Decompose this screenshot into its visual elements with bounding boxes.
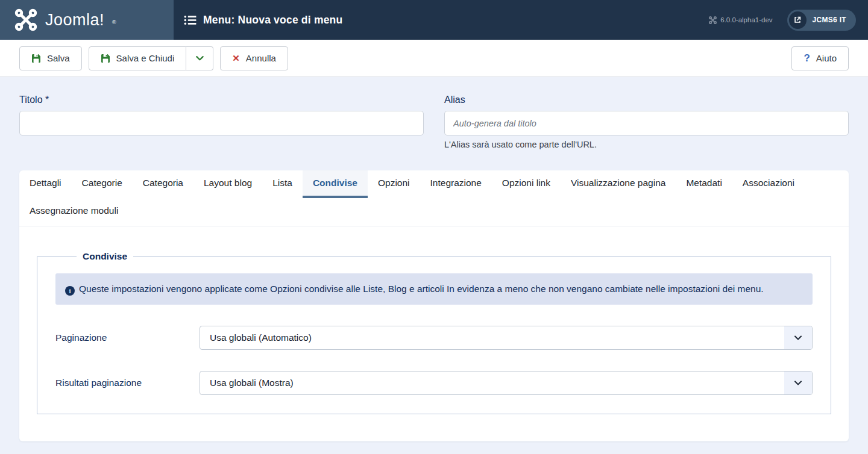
help-label: Aiuto <box>816 53 837 63</box>
form-card: Dettagli Categorie Categoria Layout blog… <box>19 170 849 441</box>
alias-help-text: L'Alias sarà usato come parte dell'URL. <box>444 140 849 149</box>
cancel-label: Annulla <box>246 53 276 63</box>
alias-input[interactable] <box>444 111 849 135</box>
main-content: Titolo * Alias L'Alias sarà usato come p… <box>0 77 868 441</box>
alias-field-group: Alias L'Alias sarà usato come parte dell… <box>444 95 849 149</box>
info-circle-icon: i <box>65 286 75 296</box>
tab-opzioni-link[interactable]: Opzioni link <box>492 170 561 198</box>
tab-lista[interactable]: Lista <box>262 170 303 198</box>
pagination-results-selected-value: Usa globali (Mostra) <box>210 378 294 388</box>
pagination-results-label: Risultati paginazione <box>55 378 200 388</box>
save-options-toggle[interactable] <box>186 46 213 70</box>
info-alert-text: Queste impostazioni vengono applicate co… <box>79 284 764 294</box>
cancel-button[interactable]: ✕ Annulla <box>220 46 288 70</box>
toolbar: Salva Salva e Chiudi ✕ Annulla <box>0 40 868 77</box>
save-close-group: Salva e Chiudi <box>89 46 214 70</box>
shared-options-fieldset: Condivise iQueste impostazioni vengono a… <box>37 251 831 414</box>
site-name-label: JCMS6 IT <box>807 16 854 24</box>
header-main: Menu: Nuova voce di menu 6.0.0-alpha1-de… <box>174 0 868 40</box>
tab-categoria[interactable]: Categoria <box>133 170 193 198</box>
tab-metadati[interactable]: Metadati <box>676 170 732 198</box>
question-icon: ? <box>804 52 810 64</box>
tab-condivise[interactable]: Condivise <box>303 170 368 198</box>
pagination-row: Paginazione Usa globali (Automatico) <box>55 326 813 350</box>
external-link-icon <box>789 11 807 29</box>
tab-layout-blog[interactable]: Layout blog <box>193 170 262 198</box>
joomla-version-icon <box>709 16 717 24</box>
tab-opzioni[interactable]: Opzioni <box>368 170 420 198</box>
pagination-results-select[interactable]: Usa globali (Mostra) <box>200 371 813 395</box>
joomla-wordmark: Joomla! <box>45 11 104 30</box>
title-alias-row: Titolo * Alias L'Alias sarà usato come p… <box>19 77 849 149</box>
cancel-x-icon: ✕ <box>232 53 240 64</box>
tab-panel-condivise: Condivise iQueste impostazioni vengono a… <box>19 226 849 441</box>
version-badge: 6.0.0-alpha1-dev <box>709 16 772 24</box>
chevron-down-icon <box>784 326 812 349</box>
chevron-down-icon <box>195 54 204 63</box>
tab-integrazione[interactable]: Integrazione <box>420 170 492 198</box>
tab-assegnazione-moduli[interactable]: Assegnazione moduli <box>19 198 128 226</box>
menu-list-icon <box>184 14 197 26</box>
save-close-label: Salva e Chiudi <box>116 53 175 63</box>
joomla-logo-icon <box>14 8 37 31</box>
page-heading: Menu: Nuova voce di menu <box>184 14 342 26</box>
pagination-selected-value: Usa globali (Automatico) <box>210 332 312 343</box>
tab-dettagli[interactable]: Dettagli <box>19 170 72 198</box>
title-input[interactable] <box>19 111 424 135</box>
version-text: 6.0.0-alpha1-dev <box>720 16 772 23</box>
toolbar-left: Salva Salva e Chiudi ✕ Annulla <box>19 46 288 70</box>
pagination-select[interactable]: Usa globali (Automatico) <box>200 326 813 350</box>
registered-mark: ® <box>112 19 116 25</box>
fieldset-legend: Condivise <box>77 251 133 262</box>
title-field-group: Titolo * <box>19 95 424 149</box>
pagination-results-row: Risultati paginazione Usa globali (Mostr… <box>55 371 813 395</box>
tab-categorie[interactable]: Categorie <box>72 170 133 198</box>
pagination-label: Paginazione <box>55 332 200 343</box>
preview-site-button[interactable]: JCMS6 IT <box>787 10 856 31</box>
help-button[interactable]: ? Aiuto <box>791 46 849 70</box>
tab-bar: Dettagli Categorie Categoria Layout blog… <box>19 170 849 226</box>
save-icon <box>101 54 110 63</box>
save-close-button[interactable]: Salva e Chiudi <box>89 46 187 70</box>
header-right: 6.0.0-alpha1-dev JCMS6 IT <box>709 10 856 31</box>
save-button[interactable]: Salva <box>19 46 82 70</box>
save-icon <box>31 54 41 63</box>
save-label: Salva <box>47 53 70 63</box>
title-label: Titolo * <box>19 95 424 105</box>
info-alert: iQueste impostazioni vengono applicate c… <box>55 273 813 305</box>
page-title: Menu: Nuova voce di menu <box>203 14 342 26</box>
chevron-down-icon <box>784 372 812 394</box>
alias-label: Alias <box>444 95 849 105</box>
tab-visualizzazione-pagina[interactable]: Visualizzazione pagina <box>561 170 676 198</box>
joomla-logo[interactable]: Joomla!® <box>0 0 174 40</box>
tab-associazioni[interactable]: Associazioni <box>732 170 805 198</box>
admin-header: Joomla!® Menu: Nuova voce di menu <box>0 0 868 40</box>
